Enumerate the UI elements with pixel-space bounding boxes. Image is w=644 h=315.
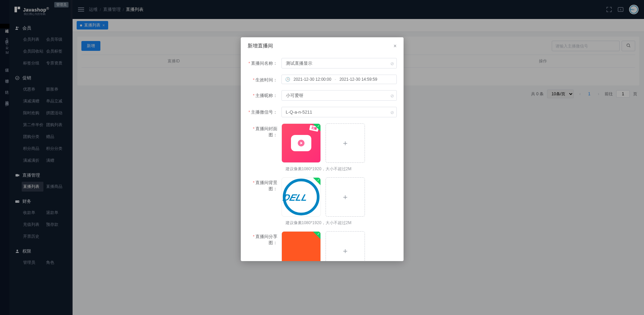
dialog-close-icon[interactable]: × [393, 43, 396, 49]
svg-text:DELL: DELL [282, 193, 309, 203]
check-icon [313, 232, 320, 239]
dialog-header: 新增直播间 × [241, 37, 404, 55]
dialog-overlay[interactable]: 新增直播间 × *直播间名称： ⊘ *生效时间： 🕒 2021-12-30 12… [0, 0, 644, 315]
name-label: *直播间名称： [248, 58, 281, 68]
range-separator: - [335, 77, 336, 82]
clear-icon[interactable]: ⊘ [390, 93, 394, 98]
bg-hint: 建议像素1080*1920，大小不超过2M [286, 220, 397, 226]
end-date: 2021-12-30 14:59:59 [339, 77, 377, 82]
wechat-label: *主播微信号： [248, 107, 281, 117]
wechat-input[interactable] [281, 107, 397, 117]
nickname-label: *主播昵称： [248, 90, 281, 101]
share-label: *直播间分享图： [248, 231, 281, 261]
cover-upload-button[interactable]: ＋ [326, 123, 365, 163]
bg-upload-button[interactable]: ＋ [326, 177, 365, 217]
bg-thumbnail[interactable]: DELL [281, 177, 321, 217]
start-date: 2021-12-30 12:00:00 [294, 77, 331, 82]
cover-hint: 建议像素1080*1920，大小不超过2M [286, 166, 397, 172]
clock-icon: 🕒 [285, 77, 290, 82]
nickname-input[interactable] [281, 90, 397, 101]
play-icon [297, 139, 305, 147]
check-icon [313, 178, 320, 185]
dialog-title: 新增直播间 [248, 43, 273, 49]
check-icon [313, 124, 320, 131]
share-thumbnail[interactable] [281, 231, 321, 261]
bg-label: *直播间背景图： [248, 177, 281, 217]
clear-icon[interactable]: ⊘ [390, 110, 394, 115]
clear-icon[interactable]: ⊘ [390, 61, 394, 66]
dialog: 新增直播间 × *直播间名称： ⊘ *生效时间： 🕒 2021-12-30 12… [241, 37, 404, 261]
time-label: *生效时间： [248, 75, 281, 84]
share-upload-button[interactable]: ＋ [326, 231, 365, 261]
name-input[interactable] [281, 58, 397, 68]
cover-label: *直播间封面图： [248, 123, 281, 163]
date-range-input[interactable]: 🕒 2021-12-30 12:00:00 - 2021-12-30 14:59… [281, 75, 397, 84]
cover-thumbnail[interactable]: 主播 [281, 123, 321, 163]
dialog-body: *直播间名称： ⊘ *生效时间： 🕒 2021-12-30 12:00:00 -… [241, 55, 404, 261]
